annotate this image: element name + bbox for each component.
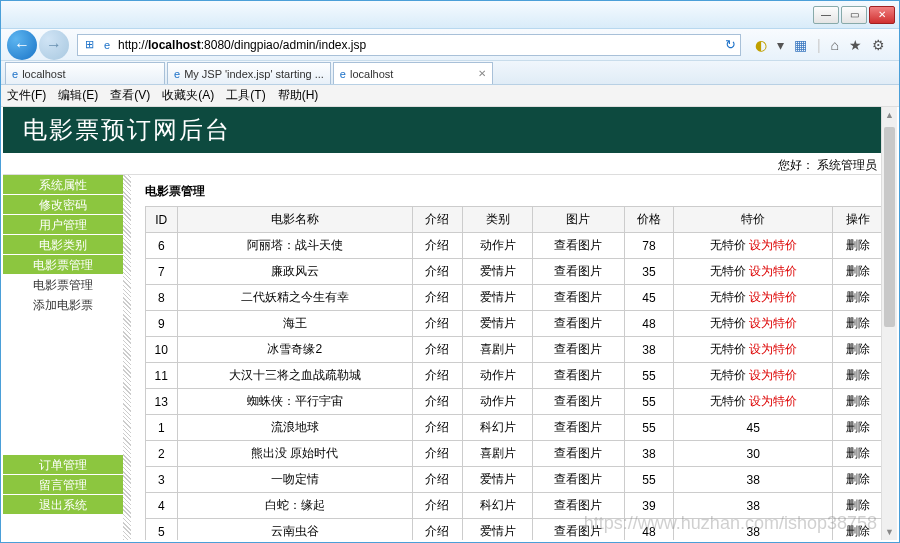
ie-icon: e [12,68,18,80]
toolbar-right: ◐ ▾ ▦ | ⌂ ★ ⚙ [747,37,893,53]
user-bar: 您好： 系统管理员 [3,153,897,175]
delete-link[interactable]: 删除 [833,441,883,467]
table-row: 9海王介绍爱情片查看图片48无特价 设为特价删除 [146,311,883,337]
cell-category: 爱情片 [462,519,532,541]
intro-link[interactable]: 介绍 [413,363,463,389]
delete-link[interactable]: 删除 [833,467,883,493]
sidebar-item[interactable]: 用户管理 [3,215,123,235]
delete-link[interactable]: 删除 [833,311,883,337]
maximize-button[interactable]: ▭ [841,6,867,24]
back-button[interactable]: ← [7,30,37,60]
menu-file[interactable]: 文件(F) [7,87,46,104]
intro-link[interactable]: 介绍 [413,311,463,337]
intro-link[interactable]: 介绍 [413,493,463,519]
column-header: 特价 [674,207,833,233]
cell-category: 爱情片 [462,285,532,311]
tab-strip: elocalhost eMy JSP 'index.jsp' starting … [1,61,899,85]
intro-link[interactable]: 介绍 [413,233,463,259]
delete-link[interactable]: 删除 [833,519,883,541]
separator: | [817,37,821,53]
intro-link[interactable]: 介绍 [413,415,463,441]
table-row: 5云南虫谷介绍爱情片查看图片4838删除 [146,519,883,541]
scroll-down-icon[interactable]: ▼ [882,524,897,540]
intro-link[interactable]: 介绍 [413,285,463,311]
scroll-up-icon[interactable]: ▲ [882,107,897,123]
sidebar-item[interactable]: 留言管理 [3,475,123,495]
sidebar-item[interactable]: 系统属性 [3,175,123,195]
main-area: 系统属性修改密码用户管理电影类别电影票管理 电影票管理添加电影票 订单管理留言管… [3,175,897,540]
column-header: 操作 [833,207,883,233]
address-bar[interactable]: ⊞ e http://localhost:8080/dingpiao/admin… [77,34,741,56]
settings-icon[interactable]: ⚙ [872,37,885,53]
home-icon[interactable]: ⌂ [831,37,839,53]
view-image-link[interactable]: 查看图片 [533,285,624,311]
rss-icon[interactable]: ▦ [794,37,807,53]
sidebar-subitem[interactable]: 电影票管理 [3,275,123,295]
view-image-link[interactable]: 查看图片 [533,441,624,467]
set-special-link[interactable]: 设为特价 [749,290,797,304]
set-special-link[interactable]: 设为特价 [749,368,797,382]
delete-link[interactable]: 删除 [833,493,883,519]
delete-link[interactable]: 删除 [833,363,883,389]
content-pane: 电影票管理 ID电影名称介绍类别图片价格特价操作 6阿丽塔：战斗天使介绍动作片查… [131,175,897,540]
sidebar-item[interactable]: 电影类别 [3,235,123,255]
view-image-link[interactable]: 查看图片 [533,389,624,415]
menu-help[interactable]: 帮助(H) [278,87,319,104]
cell-id: 6 [146,233,178,259]
intro-link[interactable]: 介绍 [413,467,463,493]
delete-link[interactable]: 删除 [833,337,883,363]
minimize-button[interactable]: — [813,6,839,24]
cell-price: 48 [624,519,674,541]
close-tab-icon[interactable]: ✕ [478,68,486,79]
cell-name: 流浪地球 [177,415,413,441]
sidebar-item[interactable]: 电影票管理 [3,255,123,275]
delete-link[interactable]: 删除 [833,389,883,415]
security-icon[interactable]: ◐ [755,37,767,53]
compat-icon[interactable]: ⊞ [82,38,96,52]
menu-edit[interactable]: 编辑(E) [58,87,98,104]
menu-favorites[interactable]: 收藏夹(A) [162,87,214,104]
refresh-icon[interactable]: ↻ [725,37,736,52]
intro-link[interactable]: 介绍 [413,337,463,363]
favorites-icon[interactable]: ★ [849,37,862,53]
sidebar-subitem[interactable]: 添加电影票 [3,295,123,315]
set-special-link[interactable]: 设为特价 [749,316,797,330]
menu-tools[interactable]: 工具(T) [226,87,265,104]
forward-button[interactable]: → [39,30,69,60]
cell-special: 无特价 设为特价 [674,233,833,259]
set-special-link[interactable]: 设为特价 [749,342,797,356]
cell-id: 8 [146,285,178,311]
scroll-thumb[interactable] [884,127,895,327]
view-image-link[interactable]: 查看图片 [533,415,624,441]
view-image-link[interactable]: 查看图片 [533,311,624,337]
view-image-link[interactable]: 查看图片 [533,337,624,363]
intro-link[interactable]: 介绍 [413,259,463,285]
intro-link[interactable]: 介绍 [413,389,463,415]
view-image-link[interactable]: 查看图片 [533,233,624,259]
delete-link[interactable]: 删除 [833,285,883,311]
tab-0[interactable]: elocalhost [5,62,165,84]
close-button[interactable]: ✕ [869,6,895,24]
intro-link[interactable]: 介绍 [413,519,463,541]
tab-1[interactable]: eMy JSP 'index.jsp' starting ... [167,62,331,84]
sidebar-item[interactable]: 订单管理 [3,455,123,475]
set-special-link[interactable]: 设为特价 [749,238,797,252]
menu-view[interactable]: 查看(V) [110,87,150,104]
sidebar-item[interactable]: 退出系统 [3,495,123,515]
view-image-link[interactable]: 查看图片 [533,467,624,493]
delete-link[interactable]: 删除 [833,233,883,259]
intro-link[interactable]: 介绍 [413,441,463,467]
view-image-link[interactable]: 查看图片 [533,519,624,541]
delete-link[interactable]: 删除 [833,259,883,285]
vertical-scrollbar[interactable]: ▲ ▼ [881,107,897,540]
view-image-link[interactable]: 查看图片 [533,259,624,285]
table-row: 10冰雪奇缘2介绍喜剧片查看图片38无特价 设为特价删除 [146,337,883,363]
view-image-link[interactable]: 查看图片 [533,493,624,519]
dropdown-icon[interactable]: ▾ [777,37,784,53]
view-image-link[interactable]: 查看图片 [533,363,624,389]
sidebar-item[interactable]: 修改密码 [3,195,123,215]
delete-link[interactable]: 删除 [833,415,883,441]
tab-2[interactable]: elocalhost✕ [333,62,493,84]
set-special-link[interactable]: 设为特价 [749,264,797,278]
set-special-link[interactable]: 设为特价 [749,394,797,408]
